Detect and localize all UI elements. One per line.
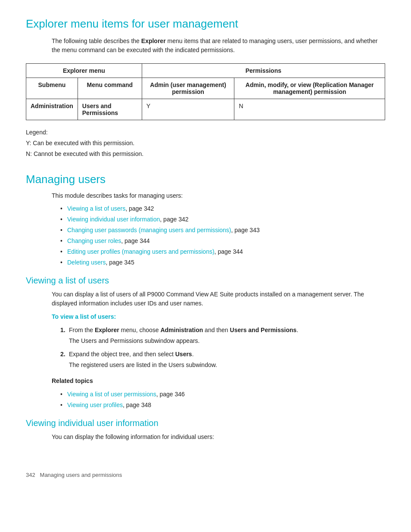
- intro-paragraph: The following table describes the Explor…: [52, 37, 385, 55]
- viewing-individual-section: Viewing individual user information You …: [26, 418, 385, 442]
- footer-text: Managing users and permissions: [40, 472, 122, 478]
- table-explorer-menu-header: Explorer menu: [26, 64, 142, 78]
- viewing-list-intro: You can display a list of users of all P…: [52, 290, 385, 308]
- legend-block: Legend: Y: Can be executed with this per…: [26, 127, 385, 160]
- steps-list: 1. From the Explorer menu, choose Admini…: [60, 326, 385, 370]
- page-content: Explorer menu items for user management …: [26, 17, 385, 478]
- table-cell-admin-perm: Y: [142, 99, 234, 120]
- viewing-list-body: You can display a list of users of all P…: [52, 290, 385, 410]
- link-deleting-users[interactable]: Deleting users: [67, 259, 106, 266]
- viewing-individual-intro: You can display the following informatio…: [52, 432, 385, 442]
- legend-item-n: N: Cannot be executed with this permissi…: [26, 149, 385, 159]
- link-user-permissions[interactable]: Viewing a list of user permissions: [67, 391, 156, 398]
- link-viewing-list[interactable]: Viewing a list of users: [67, 205, 125, 212]
- related-link-item: Viewing a list of user permissions, page…: [60, 390, 385, 399]
- link-changing-passwords[interactable]: Changing user passwords (managing users …: [67, 227, 231, 233]
- step-1-num: 1.: [60, 326, 65, 335]
- viewing-individual-title: Viewing individual user information: [26, 418, 385, 428]
- link-page-ref: , page 343: [231, 227, 260, 233]
- managing-users-section: Managing users This module describes tas…: [26, 173, 385, 267]
- related-link-item: Viewing user profiles, page 348: [60, 401, 385, 410]
- link-page-ref: , page 342: [125, 205, 154, 212]
- related-topics-list: Viewing a list of user permissions, page…: [60, 390, 385, 410]
- list-item: Editing user profiles (managing users an…: [60, 247, 385, 256]
- link-editing-profiles[interactable]: Editing user profiles (managing users an…: [67, 248, 215, 255]
- procedure-label: To view a list of users:: [52, 312, 385, 321]
- list-item: Viewing a list of users, page 342: [60, 204, 385, 213]
- link-page-ref: , page 344: [121, 237, 149, 244]
- permissions-table: Explorer menu Permissions Submenu Menu c…: [26, 63, 385, 120]
- list-item: Changing user roles, page 344: [60, 236, 385, 246]
- link-user-profiles[interactable]: Viewing user profiles: [67, 401, 123, 408]
- step-1: 1. From the Explorer menu, choose Admini…: [60, 326, 385, 345]
- step-1-note: The Users and Permissions subwindow appe…: [69, 336, 385, 345]
- viewing-list-section: Viewing a list of users You can display …: [26, 276, 385, 410]
- table-admin-perm-header: Admin (user management) permission: [142, 78, 234, 99]
- link-page-ref: , page 345: [106, 259, 134, 266]
- table-menu-command-header: Menu command: [78, 78, 142, 99]
- legend-label: Legend:: [26, 127, 385, 138]
- table-submenu-header: Submenu: [26, 78, 78, 99]
- related-page-ref: , page 346: [156, 391, 185, 398]
- table-row: Administration Users and Permissions Y N: [26, 99, 385, 120]
- table-repl-perm-header: Admin, modify, or view (Replication Mana…: [234, 78, 385, 99]
- viewing-list-title: Viewing a list of users: [26, 276, 385, 286]
- list-item: Changing user passwords (managing users …: [60, 226, 385, 235]
- link-viewing-individual[interactable]: Viewing individual user information: [67, 216, 160, 223]
- related-topics-label: Related topics: [52, 376, 385, 386]
- link-changing-roles[interactable]: Changing user roles: [67, 237, 121, 244]
- table-permissions-header: Permissions: [142, 64, 385, 78]
- managing-users-title: Managing users: [26, 173, 385, 186]
- table-cell-repl-perm: N: [234, 99, 385, 120]
- step-2: 2. Expand the object tree, and then sele…: [60, 350, 385, 370]
- list-item: Deleting users, page 345: [60, 258, 385, 267]
- table-cell-menu-command: Users and Permissions: [78, 99, 142, 120]
- legend-item-y: Y: Can be executed with this permission.: [26, 138, 385, 149]
- managing-users-links-list: Viewing a list of users, page 342 Viewin…: [60, 204, 385, 267]
- related-page-ref: , page 348: [123, 401, 151, 408]
- table-cell-submenu: Administration: [26, 99, 78, 120]
- list-item: Viewing individual user information, pag…: [60, 215, 385, 224]
- step-2-note: The registered users are listed in the U…: [69, 361, 385, 370]
- managing-users-intro: This module describes tasks for managing…: [52, 192, 385, 199]
- footer-page-num: 342: [26, 472, 35, 478]
- main-section-title: Explorer menu items for user management: [26, 17, 385, 31]
- viewing-individual-body: You can display the following informatio…: [52, 432, 385, 442]
- link-page-ref: , page 342: [160, 216, 188, 223]
- link-page-ref: , page 344: [215, 248, 243, 255]
- page-footer: 342 Managing users and permissions: [26, 467, 385, 478]
- step-2-num: 2.: [60, 350, 65, 359]
